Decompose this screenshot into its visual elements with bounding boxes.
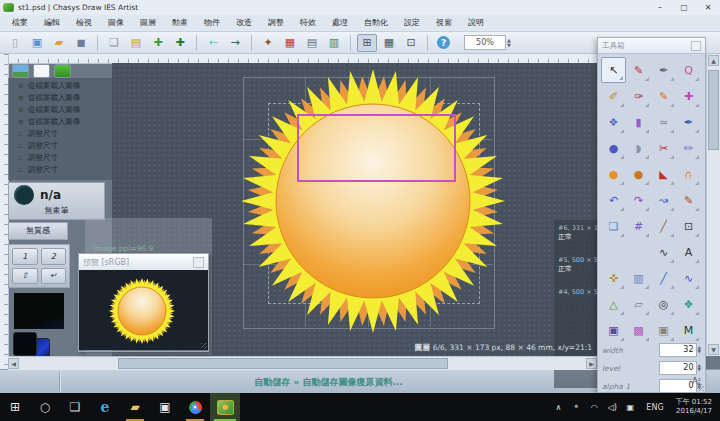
wizard-icon[interactable]: ✦ bbox=[258, 34, 278, 52]
taskbar-icon-chasys-draw[interactable]: ● bbox=[210, 393, 240, 421]
gradient-preview[interactable] bbox=[13, 292, 65, 330]
taskbar-icon-cortana[interactable]: ○ bbox=[30, 393, 60, 421]
texture-button[interactable]: 無質感 bbox=[8, 222, 68, 240]
scroll-right-icon[interactable]: ▶ bbox=[586, 358, 597, 369]
tool-knife[interactable]: ╱ bbox=[651, 213, 676, 239]
tool-sphere-alt[interactable]: ● bbox=[626, 161, 651, 187]
language-indicator[interactable]: ENG bbox=[640, 403, 669, 412]
blank-page-icon[interactable] bbox=[33, 64, 50, 78]
minimize-button[interactable]: – bbox=[648, 1, 672, 15]
history-item-1[interactable]: ⊕從檔案載入圖像 bbox=[8, 92, 114, 104]
hidden-icons-icon[interactable]: ∧ bbox=[550, 393, 566, 421]
menu-item-10[interactable]: 處理 bbox=[324, 15, 356, 31]
width-spinner[interactable]: ▲▼ bbox=[698, 346, 701, 355]
layer-bounds-rect[interactable] bbox=[297, 114, 456, 182]
tool-effect-brush[interactable]: ✑ bbox=[626, 83, 651, 109]
tool-pencil[interactable]: ✎ bbox=[626, 57, 651, 83]
tool-airbrush[interactable]: ▮ bbox=[626, 109, 651, 135]
menu-item-11[interactable]: 自動化 bbox=[356, 15, 396, 31]
titlebar[interactable]: st1.psd | Chasys Draw IES Artist – ▢ ✕ bbox=[0, 0, 720, 16]
horizontal-scroll-thumb[interactable] bbox=[118, 358, 448, 369]
history-item-7[interactable]: ▫調整尺寸 bbox=[8, 164, 114, 176]
preview-resize-grip[interactable] bbox=[201, 343, 207, 349]
level-input[interactable]: 20 bbox=[659, 361, 697, 375]
taskbar-icon-task-view[interactable]: ❏ bbox=[60, 393, 90, 421]
tool-sketch-pencil[interactable]: ✎ bbox=[676, 187, 701, 213]
fit-screen-icon[interactable]: ⊡ bbox=[401, 34, 421, 52]
tool-sphere[interactable]: ● bbox=[601, 161, 626, 187]
clipboard-icon[interactable] bbox=[54, 64, 71, 78]
tool-curve[interactable]: ∿ bbox=[676, 265, 701, 291]
quick-button-3[interactable]: ↵ bbox=[41, 268, 67, 285]
tool-zoom-select[interactable]: ⊡ bbox=[676, 213, 701, 239]
grid-toggle-icon[interactable]: ▦ bbox=[379, 34, 399, 52]
scroll-down-icon[interactable]: ▼ bbox=[708, 344, 719, 355]
import-layer-icon[interactable]: ✚ bbox=[170, 34, 190, 52]
zoom-spinner[interactable]: ▲▼ bbox=[507, 38, 511, 48]
menu-item-14[interactable]: 說明 bbox=[460, 15, 492, 31]
tool-text[interactable]: A bbox=[676, 239, 701, 265]
menu-item-0[interactable]: 檔案 bbox=[4, 15, 36, 31]
menu-item-8[interactable]: 調整 bbox=[260, 15, 292, 31]
history-item-5[interactable]: ▫調整尺寸 bbox=[8, 140, 114, 152]
tool-text-m[interactable]: M bbox=[676, 317, 701, 343]
frame-toggle-icon[interactable]: ⊞ bbox=[357, 34, 377, 52]
taskbar-icon-chrome[interactable] bbox=[180, 393, 210, 421]
tool-smudge[interactable]: ◗ bbox=[626, 135, 651, 161]
menu-item-5[interactable]: 動畫 bbox=[164, 15, 196, 31]
tool-curve-back[interactable]: ↶ bbox=[601, 187, 626, 213]
toolbox-close-icon[interactable] bbox=[691, 41, 701, 51]
pen-input-icon[interactable]: ⌖ bbox=[568, 393, 584, 421]
tool-magic-wand[interactable]: ✚ bbox=[676, 83, 701, 109]
menu-item-9[interactable]: 特效 bbox=[292, 15, 324, 31]
tool-color-shapes[interactable]: ❖ bbox=[676, 291, 701, 317]
quick-button-0[interactable]: 1 bbox=[12, 248, 38, 265]
width-input[interactable]: 32 bbox=[659, 343, 697, 357]
tool-pen[interactable]: ✒ bbox=[651, 57, 676, 83]
tool-line[interactable]: ╱ bbox=[651, 265, 676, 291]
preview-window[interactable]: 預覽 [sRGB] bbox=[78, 253, 209, 352]
history-item-6[interactable]: ▫調整尺寸 bbox=[8, 152, 114, 164]
level-spinner[interactable]: ▲▼ bbox=[698, 364, 701, 373]
help-icon[interactable]: ? bbox=[437, 36, 450, 49]
undo-icon[interactable]: ← bbox=[203, 34, 223, 52]
redo-icon[interactable]: → bbox=[225, 34, 245, 52]
layers-icon[interactable]: ▤ bbox=[302, 34, 322, 52]
tool-curve-add[interactable]: ↷ bbox=[626, 187, 651, 213]
tool-photo[interactable]: ▣ bbox=[651, 317, 676, 343]
taskbar-clock[interactable]: 下午 01:52 2016/4/17 bbox=[672, 398, 720, 416]
paste-icon[interactable]: ▤ bbox=[126, 34, 146, 52]
palette-icon[interactable]: ▦ bbox=[280, 34, 300, 52]
foreground-color-swatch[interactable] bbox=[13, 332, 37, 356]
new-document-icon[interactable]: ▯ bbox=[5, 34, 25, 52]
vertical-scroll-thumb[interactable] bbox=[708, 70, 719, 150]
vertical-scrollbar[interactable]: ▲ ▼ bbox=[706, 54, 720, 356]
tool-select-star[interactable]: ✜ bbox=[601, 265, 626, 291]
preview-close-icon[interactable] bbox=[193, 257, 204, 268]
network-icon[interactable]: ◠ bbox=[586, 393, 602, 421]
tool-paintbrush[interactable]: ✐ bbox=[601, 83, 626, 109]
quick-button-1[interactable]: 2 bbox=[41, 248, 67, 265]
tool-signature[interactable]: ∿ bbox=[651, 239, 676, 265]
toolbox-resize-grip[interactable] bbox=[697, 384, 704, 391]
scroll-left-icon[interactable]: ◀ bbox=[8, 358, 19, 369]
zoom-value[interactable]: 50% bbox=[464, 35, 506, 50]
open-icon[interactable]: ▰ bbox=[49, 34, 69, 52]
tool-gradient[interactable]: ▩ bbox=[626, 317, 651, 343]
save-icon[interactable]: ◼ bbox=[71, 34, 91, 52]
menu-item-6[interactable]: 物件 bbox=[196, 15, 228, 31]
tool-circle-shadow[interactable]: ◎ bbox=[651, 291, 676, 317]
menu-item-4[interactable]: 圖層 bbox=[132, 15, 164, 31]
menu-item-7[interactable]: 改造 bbox=[228, 15, 260, 31]
history-item-0[interactable]: ⊕從檔案載入圖像 bbox=[8, 80, 114, 92]
brush-panel[interactable]: n/a 無畫筆 bbox=[8, 182, 105, 220]
tool-texture-brush[interactable]: ≈ bbox=[651, 109, 676, 135]
scroll-up-icon[interactable]: ▲ bbox=[708, 55, 719, 66]
tool-curve-flow[interactable]: ↝ bbox=[651, 187, 676, 213]
tool-pattern-brush[interactable]: ❖ bbox=[601, 109, 626, 135]
menu-item-1[interactable]: 編輯 bbox=[36, 15, 68, 31]
tool-crop[interactable]: # bbox=[626, 213, 651, 239]
tool-pen-nib[interactable]: ✒ bbox=[676, 109, 701, 135]
alpha-1-input[interactable]: 0 bbox=[659, 379, 697, 393]
horizontal-scrollbar[interactable]: ◀ ▶ bbox=[8, 356, 597, 370]
